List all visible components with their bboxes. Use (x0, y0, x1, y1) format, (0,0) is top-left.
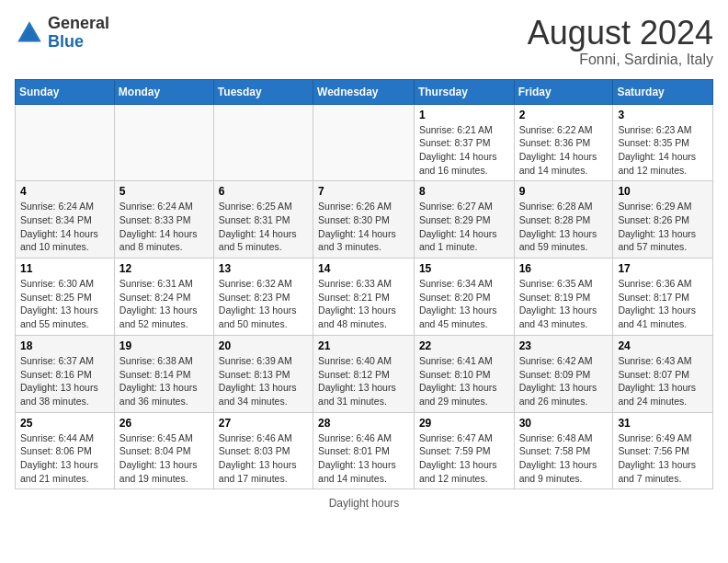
day-info: Sunrise: 6:27 AM Sunset: 8:29 PM Dayligh… (419, 200, 509, 254)
weekday-header: Monday (114, 79, 213, 104)
weekday-header: Wednesday (313, 79, 415, 104)
day-number: 9 (519, 185, 609, 198)
calendar-cell: 8Sunrise: 6:27 AM Sunset: 8:29 PM Daylig… (414, 181, 514, 259)
calendar-cell: 29Sunrise: 6:47 AM Sunset: 7:59 PM Dayli… (414, 412, 514, 489)
logo-icon (15, 18, 44, 48)
day-number: 3 (618, 109, 708, 121)
day-info: Sunrise: 6:34 AM Sunset: 8:20 PM Dayligh… (419, 277, 509, 331)
day-number: 1 (419, 109, 509, 121)
calendar-cell: 9Sunrise: 6:28 AM Sunset: 8:28 PM Daylig… (514, 181, 613, 259)
calendar-cell: 20Sunrise: 6:39 AM Sunset: 8:13 PM Dayli… (213, 335, 313, 412)
day-info: Sunrise: 6:36 AM Sunset: 8:17 PM Dayligh… (618, 277, 708, 331)
weekday-header: Thursday (414, 79, 514, 104)
weekday-header-row: SundayMondayTuesdayWednesdayThursdayFrid… (16, 79, 713, 104)
day-info: Sunrise: 6:49 AM Sunset: 7:56 PM Dayligh… (618, 431, 708, 486)
calendar-cell: 24Sunrise: 6:43 AM Sunset: 8:07 PM Dayli… (613, 335, 713, 412)
day-info: Sunrise: 6:31 AM Sunset: 8:24 PM Dayligh… (119, 277, 209, 331)
day-number: 7 (318, 185, 409, 198)
calendar-cell: 14Sunrise: 6:33 AM Sunset: 8:21 PM Dayli… (313, 259, 415, 336)
calendar-cell: 19Sunrise: 6:38 AM Sunset: 8:14 PM Dayli… (114, 335, 213, 412)
month-year: August 2024 (528, 15, 713, 52)
calendar-cell: 15Sunrise: 6:34 AM Sunset: 8:20 PM Dayli… (414, 259, 514, 336)
calendar-cell (16, 104, 115, 181)
calendar-cell: 1Sunrise: 6:21 AM Sunset: 8:37 PM Daylig… (414, 104, 514, 181)
calendar-week-row: 11Sunrise: 6:30 AM Sunset: 8:25 PM Dayli… (16, 259, 713, 336)
weekday-header: Saturday (613, 79, 713, 104)
day-info: Sunrise: 6:37 AM Sunset: 8:16 PM Dayligh… (20, 354, 109, 408)
day-info: Sunrise: 6:32 AM Sunset: 8:23 PM Dayligh… (219, 277, 308, 331)
day-number: 13 (219, 262, 308, 275)
day-number: 14 (318, 262, 409, 275)
day-number: 19 (119, 339, 209, 352)
day-info: Sunrise: 6:46 AM Sunset: 8:03 PM Dayligh… (219, 431, 308, 486)
day-info: Sunrise: 6:44 AM Sunset: 8:06 PM Dayligh… (20, 431, 109, 486)
logo: General Blue (15, 15, 109, 52)
location: Fonni, Sardinia, Italy (528, 52, 713, 68)
day-info: Sunrise: 6:33 AM Sunset: 8:21 PM Dayligh… (318, 277, 409, 331)
day-info: Sunrise: 6:25 AM Sunset: 8:31 PM Dayligh… (219, 200, 308, 254)
calendar-cell: 6Sunrise: 6:25 AM Sunset: 8:31 PM Daylig… (213, 181, 313, 259)
calendar-cell: 3Sunrise: 6:23 AM Sunset: 8:35 PM Daylig… (613, 104, 713, 181)
calendar-cell: 11Sunrise: 6:30 AM Sunset: 8:25 PM Dayli… (16, 259, 115, 336)
day-info: Sunrise: 6:22 AM Sunset: 8:36 PM Dayligh… (519, 123, 609, 178)
day-number: 15 (419, 262, 509, 275)
calendar-cell: 21Sunrise: 6:40 AM Sunset: 8:12 PM Dayli… (313, 335, 415, 412)
day-number: 25 (20, 417, 109, 430)
day-number: 18 (20, 339, 109, 352)
day-info: Sunrise: 6:38 AM Sunset: 8:14 PM Dayligh… (119, 354, 209, 408)
day-number: 28 (318, 417, 409, 430)
day-number: 31 (618, 417, 708, 430)
day-info: Sunrise: 6:46 AM Sunset: 8:01 PM Dayligh… (318, 431, 409, 486)
logo-general: General (48, 14, 109, 32)
day-info: Sunrise: 6:21 AM Sunset: 8:37 PM Dayligh… (419, 123, 509, 178)
day-number: 11 (20, 262, 109, 275)
weekday-header: Sunday (16, 79, 115, 104)
calendar-cell (313, 104, 415, 181)
calendar-cell: 10Sunrise: 6:29 AM Sunset: 8:26 PM Dayli… (613, 181, 713, 259)
calendar-week-row: 4Sunrise: 6:24 AM Sunset: 8:34 PM Daylig… (16, 181, 713, 259)
day-info: Sunrise: 6:48 AM Sunset: 7:58 PM Dayligh… (519, 431, 609, 486)
day-number: 8 (419, 185, 509, 198)
calendar-week-row: 18Sunrise: 6:37 AM Sunset: 8:16 PM Dayli… (16, 335, 713, 412)
calendar-cell: 12Sunrise: 6:31 AM Sunset: 8:24 PM Dayli… (114, 259, 213, 336)
calendar-cell: 2Sunrise: 6:22 AM Sunset: 8:36 PM Daylig… (514, 104, 613, 181)
day-number: 26 (119, 417, 209, 430)
day-info: Sunrise: 6:40 AM Sunset: 8:12 PM Dayligh… (318, 354, 409, 408)
day-number: 12 (119, 262, 209, 275)
calendar-cell: 25Sunrise: 6:44 AM Sunset: 8:06 PM Dayli… (16, 412, 115, 489)
day-number: 16 (519, 262, 609, 275)
calendar-cell: 31Sunrise: 6:49 AM Sunset: 7:56 PM Dayli… (613, 412, 713, 489)
weekday-header: Tuesday (213, 79, 313, 104)
day-info: Sunrise: 6:41 AM Sunset: 8:10 PM Dayligh… (419, 354, 509, 408)
day-info: Sunrise: 6:39 AM Sunset: 8:13 PM Dayligh… (219, 354, 308, 408)
day-number: 27 (219, 417, 308, 430)
day-number: 2 (519, 109, 609, 121)
day-number: 6 (219, 185, 308, 198)
day-number: 10 (618, 185, 708, 198)
day-info: Sunrise: 6:24 AM Sunset: 8:33 PM Dayligh… (119, 200, 209, 254)
calendar-cell: 26Sunrise: 6:45 AM Sunset: 8:04 PM Dayli… (114, 412, 213, 489)
day-number: 4 (20, 185, 109, 198)
day-info: Sunrise: 6:24 AM Sunset: 8:34 PM Dayligh… (20, 200, 109, 254)
calendar-cell: 13Sunrise: 6:32 AM Sunset: 8:23 PM Dayli… (213, 259, 313, 336)
calendar-cell: 16Sunrise: 6:35 AM Sunset: 8:19 PM Dayli… (514, 259, 613, 336)
calendar-cell: 23Sunrise: 6:42 AM Sunset: 8:09 PM Dayli… (514, 335, 613, 412)
day-info: Sunrise: 6:35 AM Sunset: 8:19 PM Dayligh… (519, 277, 609, 331)
day-info: Sunrise: 6:47 AM Sunset: 7:59 PM Dayligh… (419, 431, 509, 486)
day-number: 24 (618, 339, 708, 352)
calendar-cell: 30Sunrise: 6:48 AM Sunset: 7:58 PM Dayli… (514, 412, 613, 489)
calendar-cell: 18Sunrise: 6:37 AM Sunset: 8:16 PM Dayli… (16, 335, 115, 412)
calendar-cell: 7Sunrise: 6:26 AM Sunset: 8:30 PM Daylig… (313, 181, 415, 259)
day-number: 22 (419, 339, 509, 352)
day-info: Sunrise: 6:26 AM Sunset: 8:30 PM Dayligh… (318, 200, 409, 254)
calendar-week-row: 1Sunrise: 6:21 AM Sunset: 8:37 PM Daylig… (16, 104, 713, 181)
day-number: 30 (519, 417, 609, 430)
calendar-table: SundayMondayTuesdayWednesdayThursdayFrid… (15, 79, 713, 490)
day-number: 20 (219, 339, 308, 352)
day-number: 17 (618, 262, 708, 275)
daylight-note: Daylight hours (15, 497, 713, 510)
day-info: Sunrise: 6:28 AM Sunset: 8:28 PM Dayligh… (519, 200, 609, 254)
page-header: General Blue August 2024 Fonni, Sardinia… (15, 15, 713, 68)
weekday-header: Friday (514, 79, 613, 104)
day-info: Sunrise: 6:30 AM Sunset: 8:25 PM Dayligh… (20, 277, 109, 331)
